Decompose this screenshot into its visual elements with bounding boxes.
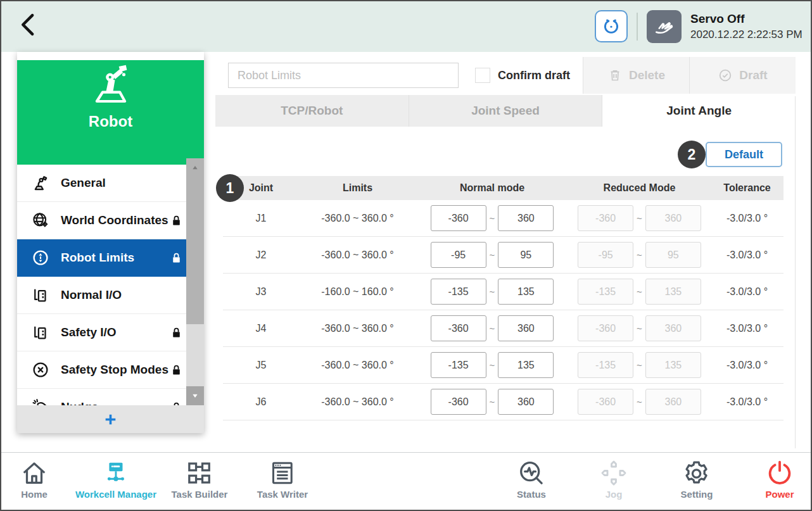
sidebar-scrollbar[interactable] [186,158,204,405]
bottom-nav-label: Task Writer [257,489,308,500]
table-row: J2 -360.0 ~ 360.0 ° ~ ~ -3.0/3.0 ° [223,237,783,274]
reduced-mode-cell: ~ [568,242,711,268]
bottom-nav-item[interactable]: Task Builder [172,458,228,500]
tab[interactable]: TCP/Robot [215,95,409,127]
reduced-min-input [578,389,633,415]
sidebar-list: General World Coordinates Robot Limits N… [17,165,204,413]
delete-button-label: Delete [629,68,665,82]
scroll-down-button[interactable] [186,386,204,405]
plus-icon [103,412,118,427]
sidebar-item-icon [31,360,50,379]
normal-max-input[interactable] [498,352,554,378]
sidebar-item[interactable]: General [17,165,204,202]
normal-max-input[interactable] [498,389,554,415]
sidebar-item-icon [31,211,50,230]
sidebar-item-icon [31,173,50,192]
bottom-nav-label: Power [765,489,794,500]
manual-mode-button[interactable] [647,10,682,43]
hand-icon [653,15,676,38]
tab-label: TCP/Robot [281,104,343,118]
reduced-mode-cell: ~ [568,279,711,305]
reduced-min-input [578,315,633,341]
default-button[interactable]: Default [706,142,782,167]
sidebar-robot-header[interactable]: Robot [17,60,204,165]
confirm-draft-checkbox[interactable] [475,68,490,83]
tab[interactable]: Joint Angle [602,95,796,127]
table-header-row: Joint Limits Normal mode Reduced Mode To… [223,176,783,200]
range-tilde: ~ [490,396,495,407]
tab-label: Joint Speed [471,104,540,118]
normal-min-input[interactable] [431,352,486,378]
bottom-nav-item[interactable]: Workcell Manager [75,458,156,500]
limits-cell: -360.0 ~ 360.0 ° [299,396,416,408]
scroll-up-button[interactable] [186,158,204,177]
item-name-input[interactable] [228,63,459,88]
bottom-nav-item[interactable]: Task Writer [257,458,308,500]
sidebar-item[interactable]: Safety I/O [17,314,204,351]
normal-max-input[interactable] [498,279,554,305]
delete-button[interactable]: Delete [583,57,689,94]
range-tilde: ~ [490,249,495,260]
normal-max-input[interactable] [498,205,554,231]
draft-button[interactable]: Draft [689,57,796,94]
bottom-nav-item[interactable]: Status [517,458,546,500]
normal-min-input[interactable] [431,242,486,268]
tolerance-cell: -3.0/3.0 ° [711,396,783,408]
normal-min-input[interactable] [431,205,486,231]
bottom-nav: Home Workcell Manager Task Builder Task … [1,452,811,510]
bottom-nav-item[interactable]: Home [20,458,49,500]
range-tilde: ~ [637,360,642,370]
normal-min-input[interactable] [431,389,486,415]
joint-cell: J1 [223,213,299,224]
gripper-mode-button[interactable] [595,10,628,42]
range-tilde: ~ [637,323,642,334]
trash-icon [607,68,623,83]
status-timestamp: 2020.12.22 2:22:53 PM [690,28,802,41]
bottom-nav-icon [268,458,297,488]
joint-cell: J3 [223,286,299,298]
sidebar-item[interactable]: Robot Limits [17,239,204,277]
bottom-nav-item[interactable]: Jog [599,458,628,500]
sidebar-item[interactable]: Safety Stop Modes [17,351,204,389]
servo-status: Servo Off [690,12,745,26]
sidebar-item[interactable]: World Coordinates [17,202,204,239]
main-panel: Confirm draft Delete Draft TCP/Robot Joi… [215,57,796,452]
bottom-nav-item[interactable]: Setting [681,458,713,500]
joint-cell: J5 [223,360,299,371]
reduced-mode-cell: ~ [568,352,711,378]
normal-mode-cell: ~ [416,205,568,231]
bottom-nav-label: Home [20,489,49,500]
table-row: J3 -160.0 ~ 160.0 ° ~ ~ -3.0/3.0 ° [223,274,783,310]
range-tilde: ~ [637,213,642,224]
sidebar-item-icon [31,286,50,305]
add-workcell-item-button[interactable] [17,405,204,433]
lock-icon [169,213,184,228]
normal-min-input[interactable] [431,315,486,341]
table-row: J5 -360.0 ~ 360.0 ° ~ ~ -3.0/3.0 ° [223,347,783,384]
topbar-divider [637,13,638,41]
sidebar-item[interactable]: Normal I/O [17,277,204,314]
joint-cell: J4 [223,323,299,334]
limits-cell: -160.0 ~ 160.0 ° [299,286,416,298]
tolerance-cell: -3.0/3.0 ° [711,360,783,371]
reduced-min-input [578,205,633,231]
table-header-cell: Reduced Mode [568,182,711,194]
table-row: J4 -360.0 ~ 360.0 ° ~ ~ -3.0/3.0 ° [223,310,783,347]
reduced-max-input [645,242,701,268]
tab[interactable]: Joint Speed [409,95,603,127]
bottom-nav-label: Workcell Manager [75,489,156,500]
tolerance-cell: -3.0/3.0 ° [711,213,783,224]
reduced-mode-cell: ~ [568,389,711,415]
back-button[interactable] [15,11,46,42]
reduced-max-input [645,205,701,231]
scrollbar-thumb[interactable] [186,177,204,324]
content-scroll-track [795,96,796,448]
reduced-mode-cell: ~ [568,315,711,341]
scroll-up-icon [189,162,201,173]
normal-max-input[interactable] [498,315,554,341]
bottom-nav-label: Status [517,489,546,500]
bottom-nav-item[interactable]: Power [765,458,794,500]
reduced-min-input [578,242,633,268]
normal-max-input[interactable] [498,242,554,268]
normal-min-input[interactable] [431,279,486,305]
